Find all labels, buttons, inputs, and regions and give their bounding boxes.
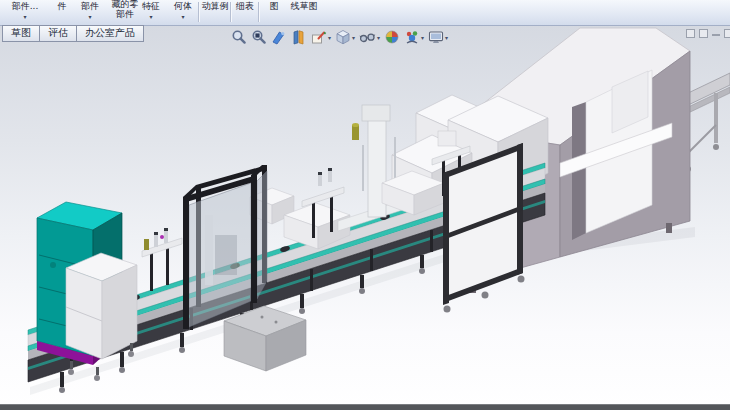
edit-appearance-icon[interactable]: [383, 28, 401, 46]
cmd-motion-study-button[interactable]: 动算例: [200, 0, 230, 25]
tab-sketch[interactable]: 草图: [2, 25, 40, 42]
cmd-reference-geometry-button[interactable]: 何体 ▾: [168, 0, 198, 25]
command-manager: 部件... ▾ 件 部件 ▾ 藏的零 部件 特征 ▾ 何体 ▾ 动算例 细表: [0, 0, 730, 26]
toolbar-separator: [230, 2, 231, 22]
chevron-down-icon[interactable]: ▾: [136, 14, 166, 20]
cmd-insert-components-button[interactable]: 部件... ▾: [4, 0, 46, 25]
chevron-down-icon[interactable]: ▾: [168, 14, 198, 20]
window-restore-icon[interactable]: [686, 29, 695, 38]
chevron-down-icon[interactable]: ▾: [377, 34, 380, 41]
status-strip: [0, 404, 730, 410]
document-window-controls: [682, 27, 730, 39]
chevron-down-icon[interactable]: ▾: [4, 14, 46, 20]
view-orientation-icon[interactable]: ▾: [310, 28, 332, 46]
window-close-icon[interactable]: [724, 29, 730, 38]
cmd-button-label: 特征: [136, 2, 166, 11]
assembly-3d-model[interactable]: [0, 25, 730, 410]
cmd-button-label: 部件: [76, 2, 104, 11]
toolbar-separator: [258, 2, 259, 22]
cmd-button-label: 图: [262, 2, 286, 11]
zoom-to-fit-icon[interactable]: [230, 28, 248, 46]
cmd-explode-line-sketch-button[interactable]: 线草图: [286, 0, 322, 25]
display-style-icon[interactable]: ▾: [334, 28, 356, 46]
previous-view-icon[interactable]: [270, 28, 288, 46]
cmd-bill-of-materials-button[interactable]: 细表: [232, 0, 258, 25]
cmd-fasteners-button[interactable]: 件: [50, 0, 74, 25]
window-maximize-icon[interactable]: [699, 29, 708, 38]
apply-scene-icon[interactable]: ▾: [403, 28, 425, 46]
view-settings-icon[interactable]: ▾: [427, 28, 449, 46]
toolbar-separator: [198, 2, 199, 22]
hide-show-items-icon[interactable]: ▾: [358, 28, 381, 46]
floor-gray-box[interactable]: [224, 306, 306, 371]
solidworks-window: 部件... ▾ 件 部件 ▾ 藏的零 部件 特征 ▾ 何体 ▾ 动算例 细表: [0, 0, 730, 410]
tab-evaluate[interactable]: 评估: [39, 25, 77, 42]
zoom-to-area-icon[interactable]: [250, 28, 268, 46]
graphics-viewport[interactable]: 草图 评估 办公室产品 ▾ ▾: [0, 25, 730, 410]
cmd-assembly-features-button[interactable]: 特征 ▾: [136, 0, 166, 25]
dark-frame-cabinet[interactable]: [443, 143, 525, 313]
chevron-down-icon[interactable]: ▾: [445, 34, 448, 41]
window-minimize-icon[interactable]: [712, 34, 720, 37]
cmd-button-label: 细表: [232, 2, 258, 11]
heads-up-view-toolbar: ▾ ▾ ▾ ▾ ▾: [230, 28, 451, 46]
section-view-icon[interactable]: [290, 28, 308, 46]
cmd-button-label: 部件...: [4, 2, 46, 11]
cmd-move-component-button[interactable]: 部件 ▾: [76, 0, 104, 25]
cmd-button-label: 线草图: [286, 2, 322, 11]
cmd-button-label: 动算例: [200, 2, 230, 11]
tab-office-products[interactable]: 办公室产品: [76, 25, 144, 42]
commandmanager-tab-bar: 草图 评估 办公室产品: [2, 25, 143, 42]
chevron-down-icon[interactable]: ▾: [328, 34, 331, 41]
cmd-button-label: 件: [50, 2, 74, 11]
chevron-down-icon[interactable]: ▾: [352, 34, 355, 41]
chevron-down-icon[interactable]: ▾: [76, 14, 104, 20]
chevron-down-icon[interactable]: ▾: [421, 34, 424, 41]
right-exit-conveyor[interactable]: [684, 73, 730, 172]
cmd-exploded-view-button[interactable]: 图: [262, 0, 286, 25]
cmd-button-label: 何体: [168, 2, 198, 11]
